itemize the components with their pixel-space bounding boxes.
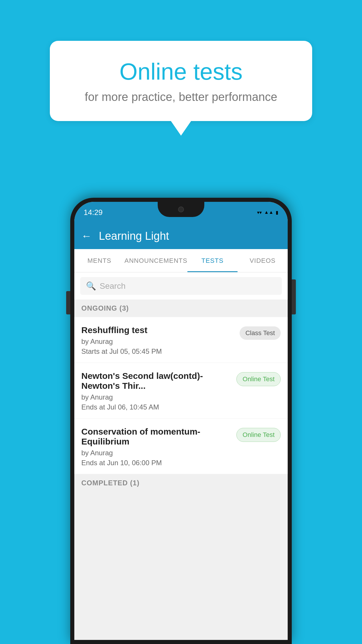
test-author: by Anurag	[81, 449, 232, 457]
tab-videos[interactable]: VIDEOS	[238, 249, 288, 272]
status-time: 14:29	[84, 208, 103, 217]
speech-bubble-container: Online tests for more practice, better p…	[50, 41, 312, 121]
search-bar: 🔍 Search	[74, 272, 288, 300]
completed-section-header: COMPLETED (1)	[74, 474, 288, 492]
back-button[interactable]: ←	[81, 230, 92, 242]
tab-tests[interactable]: TESTS	[187, 249, 238, 272]
test-title: Reshuffling test	[81, 325, 235, 335]
search-placeholder: Search	[100, 281, 126, 291]
test-badge: Online Test	[236, 372, 281, 386]
test-time: Ends at Jul 06, 10:45 AM	[81, 403, 232, 411]
test-title: Newton's Second law(contd)-Newton's Thir…	[81, 371, 232, 391]
test-item[interactable]: Reshuffling test by Anurag Starts at Jul…	[74, 317, 288, 363]
phone-screen: 14:29 ▾▾ ▲▲ ▮ ← Learning Light MENTS	[74, 202, 288, 640]
status-bar: 14:29 ▾▾ ▲▲ ▮	[74, 202, 288, 223]
camera	[178, 206, 184, 212]
test-time: Ends at Jun 10, 06:00 PM	[81, 459, 232, 467]
test-info: Newton's Second law(contd)-Newton's Thir…	[81, 371, 236, 411]
tab-ments[interactable]: MENTS	[74, 249, 124, 272]
battery-icon: ▮	[276, 210, 278, 215]
speech-bubble: Online tests for more practice, better p…	[50, 41, 312, 121]
phone-outer: 14:29 ▾▾ ▲▲ ▮ ← Learning Light MENTS	[70, 198, 292, 644]
test-author: by Anurag	[81, 337, 235, 346]
bubble-subtitle: for more practice, better performance	[70, 90, 292, 104]
search-icon: 🔍	[86, 281, 96, 291]
test-title: Conservation of momentum-Equilibrium	[81, 427, 232, 447]
test-author: by Anurag	[81, 393, 232, 401]
signal-icon: ▲▲	[264, 210, 273, 215]
tab-announcements[interactable]: ANNOUNCEMENTS	[124, 249, 187, 272]
notch	[158, 202, 204, 217]
app-bar: ← Learning Light	[74, 223, 288, 249]
phone-mockup: 14:29 ▾▾ ▲▲ ▮ ← Learning Light MENTS	[70, 198, 292, 644]
test-item[interactable]: Newton's Second law(contd)-Newton's Thir…	[74, 363, 288, 419]
test-time: Starts at Jul 05, 05:45 PM	[81, 347, 235, 356]
test-info: Conservation of momentum-Equilibrium by …	[81, 427, 236, 467]
wifi-icon: ▾▾	[257, 210, 262, 215]
status-icons: ▾▾ ▲▲ ▮	[257, 210, 278, 215]
app-title: Learning Light	[99, 230, 169, 242]
test-item[interactable]: Conservation of momentum-Equilibrium by …	[74, 419, 288, 474]
test-info: Reshuffling test by Anurag Starts at Jul…	[81, 325, 240, 356]
search-input-wrap[interactable]: 🔍 Search	[80, 277, 282, 295]
test-badge: Online Test	[236, 428, 281, 442]
tabs-bar: MENTS ANNOUNCEMENTS TESTS VIDEOS	[74, 249, 288, 272]
bubble-title: Online tests	[70, 58, 292, 85]
ongoing-section-header: ONGOING (3)	[74, 300, 288, 317]
test-badge: Class Test	[240, 326, 281, 340]
